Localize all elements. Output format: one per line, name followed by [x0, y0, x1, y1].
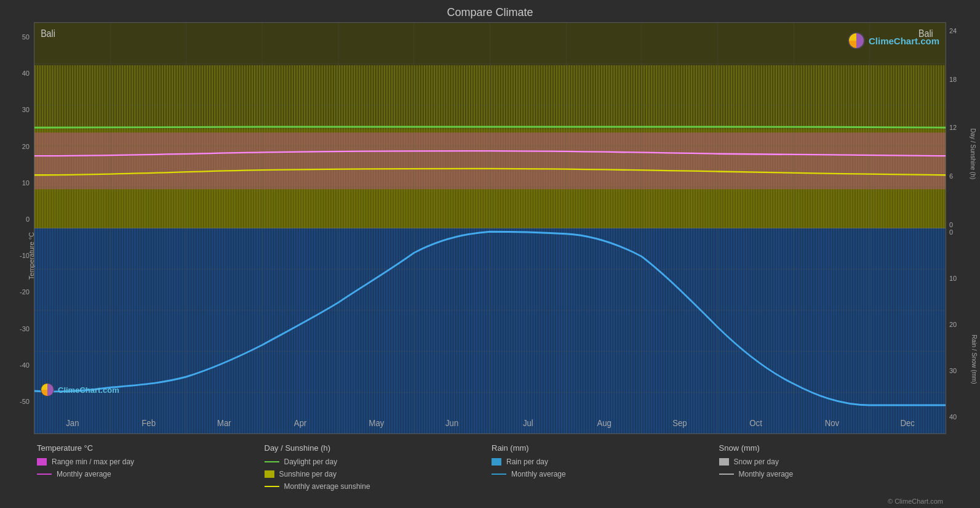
x-label-apr: Apr: [294, 418, 307, 429]
x-label-oct: Oct: [749, 418, 762, 429]
legend-sunshine-avg: Monthly average sunshine: [265, 482, 489, 491]
legend-temp-range-label: Range min / max per day: [52, 458, 134, 466]
x-label-feb: Feb: [141, 418, 156, 429]
legend-temp-title: Temperature °C: [37, 443, 261, 453]
x-label-dec: Dec: [900, 418, 914, 429]
legend-temp: Temperature °C Range min / max per day M…: [37, 443, 261, 494]
chart-svg: Jan Feb Mar Apr May Jun Jul Aug Sep Oct …: [34, 23, 946, 433]
y-tick-40: 40: [22, 70, 30, 77]
legend-temp-avg-label: Monthly average: [57, 470, 111, 478]
watermark-text-left: ClimeChart.com: [58, 385, 119, 395]
legend-temp-range: Range min / max per day: [37, 458, 261, 466]
legend-rain-day-label: Rain per day: [506, 458, 548, 466]
y-tick-0: 0: [26, 216, 30, 223]
logo-icon-left: [41, 383, 54, 397]
y-right-label-top: Day / Sunshine (h): [970, 129, 976, 180]
chart-title: Compare Climate: [0, 6, 980, 19]
legend-snow-day: Snow per day: [719, 458, 944, 466]
y-rtick-0b: 0: [949, 228, 953, 236]
watermark-top-right: ClimeChart.com: [848, 32, 939, 49]
x-label-mar: Mar: [217, 418, 231, 429]
legend-rain-day-swatch: [492, 458, 501, 466]
legend-rain: Rain (mm) Rain per day Monthly average: [492, 443, 716, 494]
y-rtick-18: 18: [949, 76, 957, 83]
legend-sunshine-day: Sunshine per day: [265, 470, 489, 478]
watermark-text-right: ClimeChart.com: [869, 36, 939, 46]
logo-icon-right: [848, 32, 865, 49]
y-tick-50: 50: [22, 33, 30, 41]
legend-sunshine-day-label: Sunshine per day: [279, 470, 337, 478]
legend-sunshine-avg-label: Monthly average sunshine: [284, 482, 370, 491]
y-rtick-30: 30: [949, 367, 957, 374]
legend-snow-avg: Monthly average: [719, 470, 944, 478]
legend-snow-title: Snow (mm): [719, 443, 944, 453]
y-tick-m40: -40: [20, 361, 30, 369]
y-axis-right: 24 18 12 6 0 0 10 20 30 40 Day / Sunshin…: [946, 22, 980, 434]
y-left-label: Temperature °C: [28, 232, 35, 280]
legend-rain-day: Rain per day: [492, 458, 716, 466]
y-right-label-bottom: Rain / Snow (mm): [970, 334, 977, 384]
legend-temp-avg-swatch: [37, 474, 52, 475]
x-label-aug: Aug: [597, 418, 611, 429]
legend-snow-avg-swatch: [719, 474, 734, 475]
y-rtick-12: 12: [949, 124, 957, 131]
svg-rect-34: [34, 129, 946, 228]
location-left-label: Bali: [41, 28, 55, 39]
legend-snow-avg-label: Monthly average: [739, 470, 794, 478]
legend-sunshine-day-swatch: [265, 470, 274, 478]
y-tick-20: 20: [22, 143, 30, 150]
legend-rain-avg-swatch: [492, 474, 506, 475]
legend-temp-avg: Monthly average: [37, 470, 261, 478]
x-label-nov: Nov: [825, 418, 839, 429]
x-label-sep: Sep: [672, 418, 687, 429]
y-tick-m30: -30: [20, 325, 30, 333]
x-label-jul: Jul: [523, 418, 533, 429]
legend-sunshine-title: Day / Sunshine (h): [265, 443, 489, 453]
legend-rain-title: Rain (mm): [492, 443, 716, 453]
legend-temp-range-swatch: [37, 458, 47, 466]
legend-rain-avg-label: Monthly average: [511, 470, 566, 478]
y-tick-10: 10: [22, 179, 30, 187]
y-tick-m20: -20: [20, 288, 30, 296]
y-rtick-20: 20: [949, 321, 957, 328]
legend-sunshine: Day / Sunshine (h) Daylight per day Suns…: [265, 443, 489, 494]
legend-snow-day-swatch: [719, 458, 729, 466]
y-tick-30: 30: [22, 106, 30, 113]
x-label-jun: Jun: [445, 418, 458, 429]
legend-snow: Snow (mm) Snow per day Monthly average: [719, 443, 944, 494]
watermark-bottom-left: ClimeChart.com: [41, 383, 119, 397]
y-rtick-0: 0: [949, 221, 953, 228]
x-label-may: May: [368, 418, 384, 429]
legend-sunshine-avg-swatch: [265, 486, 279, 487]
legend-daylight: Daylight per day: [265, 458, 489, 466]
legend-area: Temperature °C Range min / max per day M…: [0, 434, 980, 498]
y-axis-left: 50 40 30 20 10 0 -10 -20 -30 -40 -50: [0, 22, 34, 434]
y-rtick-40: 40: [949, 413, 957, 421]
legend-snow-day-label: Snow per day: [734, 458, 779, 466]
copyright: © ClimeChart.com: [0, 498, 980, 508]
y-rtick-10: 10: [949, 275, 957, 282]
legend-rain-avg: Monthly average: [492, 470, 716, 478]
chart-plot-area: ClimeChart.com ClimeChart.com: [34, 22, 946, 434]
x-label-jan: Jan: [66, 418, 79, 429]
legend-daylight-label: Daylight per day: [284, 458, 338, 466]
legend-daylight-swatch: [265, 461, 279, 462]
y-tick-m50: -50: [20, 398, 30, 405]
y-rtick-6: 6: [949, 172, 953, 180]
y-rtick-24: 24: [949, 27, 957, 34]
